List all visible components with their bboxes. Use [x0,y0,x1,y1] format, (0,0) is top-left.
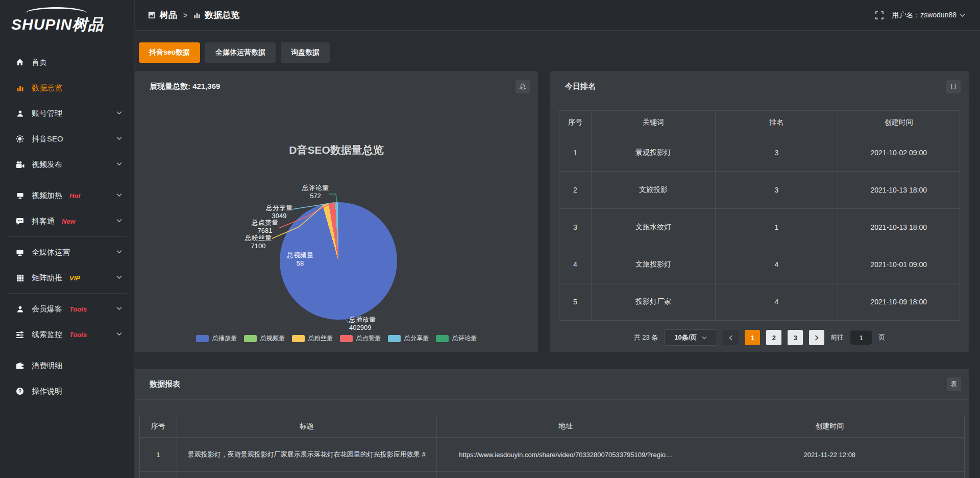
day-toggle-button[interactable]: 日 [946,80,961,93]
goto-label: 前往 [830,333,844,342]
cell-created: 2021-11-22 12:08 [695,438,964,472]
report-panel-header: 数据报表 表 [135,369,969,400]
sidebar-item-video-heat[interactable]: 视频加热 Hot [0,183,134,208]
pie-label-likes: 总点赞量7681 [232,219,298,235]
goto-page-input[interactable] [850,330,872,345]
table-row[interactable]: 3 文旅水纹灯 1 2021-10-13 18:00 [559,209,960,246]
main-area: 树品 > 数据总览 用户名：zswodun88 抖音seo数据 全媒体运营数据 … [135,0,980,478]
sidebar-item-video-publish[interactable]: 视频发布 [0,152,134,177]
cell-video-link[interactable]: https://www.iesdouyin.com/share/video/70… [436,438,695,472]
table-row[interactable]: 2 文旅投影 3 2021-10-13 18:00 [559,172,960,209]
page-unit-label: 页 [878,333,885,342]
sidebar-item-label: 抖音SEO [32,134,63,144]
page-size-select[interactable]: 10条/页 [664,329,717,346]
pagination: 共 23 条 10条/页 1 2 3 前往 页 [550,329,969,346]
sliders-icon [15,330,24,339]
legend-item-videos[interactable]: 总视频量 [244,334,285,343]
sidebar-item-douyin-seo[interactable]: 抖音SEO [0,126,134,152]
table-row[interactable]: 1 景观投影灯 3 2021-10-02 09:00 [559,134,960,172]
data-tabs: 抖音seo数据 全媒体运营数据 询盘数据 [139,42,980,63]
cell-index [140,472,177,478]
table-row[interactable]: 1 景观投影灯，夜游景观投影灯厂家展示展示落花灯在花园里的灯光投影应用效果 # … [140,438,965,472]
svg-text:?: ? [18,389,21,394]
tab-all-media-data[interactable]: 全媒体运营数据 [205,42,276,63]
cell-created: 2021-10-13 18:00 [838,209,960,246]
report-table: 序号 标题 地址 创建时间 1 景观投影灯，夜游景观投影灯厂家展示展示落花灯在花… [139,415,965,478]
sidebar-item-label: 矩阵助推 [32,273,62,283]
sidebar-item-help[interactable]: ? 操作说明 [0,378,134,404]
prev-page-button[interactable] [723,330,739,345]
page-button-2[interactable]: 2 [766,330,781,345]
app-square-icon [148,11,156,19]
legend-swatch [196,335,209,342]
cell-index: 5 [559,283,592,321]
page-button-1[interactable]: 1 [745,330,760,345]
sidebar-item-label: 首页 [32,58,47,67]
page-button-3[interactable]: 3 [788,330,803,345]
legend-item-comments[interactable]: 总评论量 [436,334,477,343]
chart-title: D音SEO数据量总览 [135,143,538,157]
sidebar-item-label: 数据总览 [32,83,62,93]
vip-badge: VIP [69,274,80,282]
cell-keyword: 文旅投影灯 [591,246,715,283]
chevron-down-icon [960,13,965,17]
chevron-down-icon [116,219,122,223]
cell-rank: 1 [716,209,838,246]
chevron-down-icon [702,336,707,340]
topbar: 树品 > 数据总览 用户名：zswodun88 [135,0,980,31]
content: 抖音seo数据 全媒体运营数据 询盘数据 展现量总数: 421,369 总 D音… [135,31,980,478]
chevron-down-icon [116,162,122,166]
cell-rank: 4 [716,246,838,283]
fullscreen-icon[interactable] [875,11,884,19]
screen-icon [15,192,24,200]
total-toggle-button[interactable]: 总 [516,80,530,93]
user-menu[interactable]: 用户名：zswodun88 [892,11,965,20]
breadcrumb-current: 数据总览 [205,9,239,21]
legend-item-shares[interactable]: 总分享量 [388,334,429,343]
breadcrumb-separator: > [182,11,188,19]
wallet-icon [15,362,24,370]
sidebar-item-data-overview[interactable]: 数据总览 [0,75,134,101]
sidebar-item-label: 线索监控 [32,330,62,340]
cell-keyword: 景观投影灯 [591,134,715,172]
chevron-down-icon [116,250,122,254]
new-badge: New [62,218,76,225]
cell-index: 1 [140,438,177,472]
logo-text: SHUPIN树品 [11,16,104,33]
breadcrumb-root[interactable]: 树品 [160,9,177,21]
sidebar-item-doketong[interactable]: 抖客通 New [0,208,134,234]
impressions-total: 展现量总数: 421,369 [150,82,220,91]
cell-index: 2 [559,172,592,209]
sidebar-item-clue-monitor[interactable]: 线索监控 Tools [0,322,134,347]
table-row[interactable]: 5 投影灯厂家 4 2021-10-09 18:00 [559,283,960,321]
sidebar-item-matrix-boost[interactable]: 矩阵助推 VIP [0,265,134,291]
app-root: SHUPIN树品 首页 数据总览 账号管理 抖音SEO [0,0,980,478]
pie-chart: D音SEO数据量总览 总评论量572 总分享量3049 总点赞量7681 总 [135,102,538,352]
sidebar-item-member-baoke[interactable]: 会员爆客 Tools [0,296,134,322]
table-row[interactable]: 4 文旅投影灯 4 2021-10-01 09:00 [559,246,960,283]
chat-icon [15,217,24,225]
sidebar-item-all-media[interactable]: 全媒体运营 [0,240,134,265]
table-toggle-button[interactable]: 表 [947,377,961,391]
column-header-rank: 排名 [716,111,838,134]
person-icon [15,305,24,313]
chevron-down-icon [116,332,122,336]
cell-rank: 3 [716,172,838,209]
legend-item-fans[interactable]: 总粉丝量 [292,334,333,343]
table-row[interactable] [140,472,965,478]
legend-item-plays[interactable]: 总播放量 [196,334,237,343]
sidebar-item-home[interactable]: 首页 [0,50,134,75]
impressions-panel-header: 展现量总数: 421,369 总 [135,71,538,102]
sidebar-item-consumption[interactable]: 消费明细 [0,353,134,378]
tab-douyin-seo-data[interactable]: 抖音seo数据 [139,42,200,63]
next-page-button[interactable] [809,330,824,345]
sidebar-divider [7,350,127,350]
tab-inquiry-data[interactable]: 询盘数据 [281,42,330,63]
cell-created [695,472,964,478]
column-header-index: 序号 [559,111,592,134]
sidebar-item-account[interactable]: 账号管理 [0,101,134,126]
ranking-table: 序号 关键词 排名 创建时间 1 景观投影灯 3 2021-10 [559,110,960,321]
cell-index: 3 [559,209,592,246]
legend-item-likes[interactable]: 总点赞量 [340,334,381,343]
pie-label-comments: 总评论量572 [282,184,349,200]
